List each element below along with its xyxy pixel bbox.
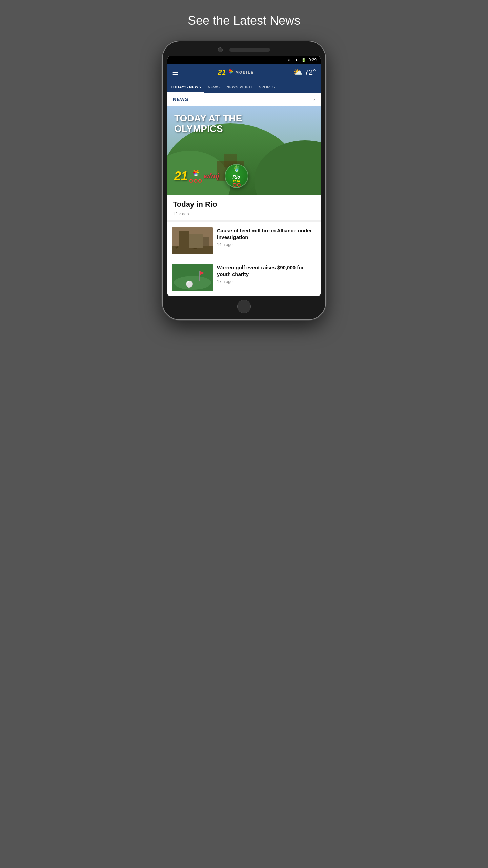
olympics-headline: TODAY AT THE OLYMPICS: [174, 113, 242, 134]
tab-todays-news[interactable]: TODAY'S NEWS: [167, 80, 204, 93]
battery-icon: 🔋: [301, 58, 306, 62]
tab-news-video[interactable]: NEWS VIDEO: [223, 80, 255, 93]
tab-news[interactable]: NEWS: [204, 80, 223, 93]
news-item-1-content: Cause of feed mill fire in Alliance unde…: [217, 227, 316, 247]
svg-rect-11: [189, 236, 201, 249]
wfmj-peacock-icon: [191, 170, 201, 179]
tab-sports[interactable]: SPORTS: [256, 80, 279, 93]
featured-article-time: 12hr ago: [173, 212, 315, 216]
rio-city-label: Rio: [232, 174, 240, 180]
phone-top-bezel: [167, 47, 321, 52]
app-header: ☰ 21 MOBILE ⛅ 72°: [167, 64, 321, 80]
svg-point-18: [187, 283, 191, 288]
nav-tab-bar: TODAY'S NEWS NEWS NEWS VIDEO SPORTS: [167, 80, 321, 93]
home-button[interactable]: [237, 300, 251, 313]
rio-rings-icon: ⭕⭕: [232, 183, 241, 187]
wfmj-logo: 21: [174, 169, 219, 183]
news-thumbnail-golf: [172, 264, 213, 291]
hamburger-menu-icon[interactable]: ☰: [172, 69, 178, 76]
svg-point-17: [174, 276, 211, 290]
news-item[interactable]: Warren golf event raises $90,000 for you…: [167, 259, 321, 296]
wfmj-channel-number: 21: [174, 169, 188, 183]
rio-peacock-icon: [232, 165, 241, 174]
wfmj-text-label: wfmj: [204, 172, 219, 180]
olympics-text-overlay: TODAY AT THE OLYMPICS 21: [167, 106, 321, 195]
news-item-1-title: Cause of feed mill fire in Alliance unde…: [217, 227, 316, 240]
weather-cloud-icon: ⛅: [293, 68, 303, 77]
featured-article-title: Today in Rio: [173, 200, 315, 209]
phone-device: 3G ▲ 🔋 9:29 ☰ 21: [163, 41, 325, 319]
news-item-2-time: 17m ago: [217, 279, 316, 284]
news-item-2-title: Warren golf event raises $90,000 for you…: [217, 264, 316, 277]
phone-screen: 3G ▲ 🔋 9:29 ☰ 21: [167, 56, 321, 296]
rio-2016-badge: Rio 2016 ⭕⭕: [225, 164, 248, 188]
signal-indicator: 3G: [287, 58, 292, 62]
news-thumbnail-fire: [172, 227, 213, 254]
app-logo: 21 MOBILE: [218, 68, 254, 77]
news-item-2-content: Warren golf event raises $90,000 for you…: [217, 264, 316, 284]
featured-image-banner[interactable]: TODAY AT THE OLYMPICS 21: [167, 106, 321, 195]
logo-mobile-label: MOBILE: [236, 70, 254, 74]
nbc-peacock-logo: [227, 69, 234, 76]
content-area: NEWS ›: [167, 93, 321, 296]
status-bar: 3G ▲ 🔋 9:29: [167, 56, 321, 64]
olympics-logo-row: 21: [174, 164, 248, 188]
temperature-display: 72°: [305, 68, 316, 77]
news-item-1-time: 14m ago: [217, 242, 316, 247]
logo-channel-number: 21: [218, 68, 226, 77]
phone-bottom-bezel: [167, 300, 321, 313]
svg-rect-19: [199, 271, 200, 281]
clock: 9:29: [309, 58, 317, 62]
golf-scene-image: [172, 264, 213, 291]
section-title-news: NEWS: [173, 97, 188, 102]
rio-year-label: 2016: [233, 180, 240, 183]
page-title: See the Latest News: [188, 14, 300, 28]
fire-scene-image: [172, 227, 213, 254]
weather-widget: ⛅ 72°: [293, 68, 316, 77]
olympic-rings-text: ⭕⭕⭕: [189, 179, 202, 183]
olympics-background: TODAY AT THE OLYMPICS 21: [167, 106, 321, 195]
svg-rect-13: [172, 246, 213, 254]
speaker-grille: [229, 48, 270, 52]
front-camera: [218, 47, 223, 52]
signal-bars-icon: ▲: [294, 58, 299, 62]
news-section-header[interactable]: NEWS ›: [167, 93, 321, 106]
svg-rect-10: [179, 232, 187, 249]
chevron-right-icon: ›: [313, 97, 315, 102]
news-item[interactable]: Cause of feed mill fire in Alliance unde…: [167, 222, 321, 259]
news-list: Cause of feed mill fire in Alliance unde…: [167, 222, 321, 296]
featured-article-card[interactable]: Today in Rio 12hr ago: [167, 195, 321, 222]
